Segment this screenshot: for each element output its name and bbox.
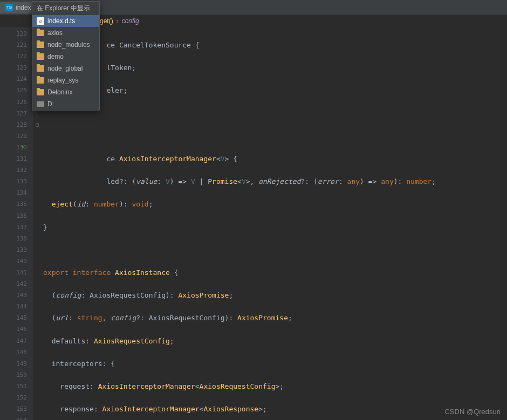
context-menu-item-deloninx[interactable]: Deloninx	[32, 86, 99, 98]
code-line: defaults: AxiosRequestConfig;	[41, 335, 507, 347]
code-line: response: AxiosInterceptorManager<AxiosR…	[41, 403, 507, 415]
code-line: ce CancelTokenSource {	[41, 39, 507, 51]
code-line: led?: (value: V) => V | Promise<V>, onRe…	[41, 176, 507, 187]
context-menu-item-replay-sys[interactable]: replay_sys	[32, 74, 99, 86]
gutter: 120121122123124 125126127128129 130◂ 131…	[0, 27, 33, 420]
folder-icon	[37, 42, 44, 48]
code-line: lToken;	[41, 62, 507, 73]
code-line	[41, 244, 507, 256]
folder-icon	[37, 53, 44, 60]
breadcrumb: get() › config	[100, 17, 139, 25]
context-menu-item-node-global[interactable]: node_global	[32, 63, 99, 74]
code-line: eject(id: number): void;	[41, 198, 507, 210]
code-area[interactable]: ce CancelTokenSource { lToken; eler; ce …	[41, 27, 507, 420]
folder-icon	[37, 30, 44, 36]
code-line: interceptors: {	[41, 358, 507, 369]
context-menu-item-index[interactable]: d index.d.ts	[32, 15, 99, 27]
code-line	[41, 130, 507, 142]
disk-icon	[37, 101, 44, 107]
breadcrumb-param[interactable]: config	[122, 17, 139, 25]
code-line: eler;	[41, 85, 507, 96]
code-line: request: AxiosInterceptorManager<AxiosRe…	[41, 381, 507, 392]
context-menu-item-axios[interactable]: axios	[32, 27, 99, 39]
code-line	[41, 108, 507, 119]
change-marker-icon: ◂	[20, 141, 24, 152]
context-menu-item-drive-d[interactable]: D:	[32, 98, 99, 110]
tab-index[interactable]: TS index	[0, 2, 37, 13]
context-menu-item-demo[interactable]: demo	[32, 51, 99, 63]
breadcrumb-method[interactable]: get()	[100, 17, 113, 25]
ts-file-icon: TS	[5, 4, 13, 11]
context-menu-item-node-modules[interactable]: node_modules	[32, 39, 99, 51]
code-line: (url: string, config?: AxiosRequestConfi…	[41, 312, 507, 323]
tab-label: index	[16, 4, 31, 11]
context-menu-title: 在 Explorer 中显示	[32, 2, 99, 15]
watermark: CSDN @Qredsun	[444, 408, 501, 416]
folder-icon	[37, 77, 44, 84]
code-line: }	[41, 222, 507, 233]
context-menu-reveal-in-explorer: 在 Explorer 中显示 d index.d.ts axios node_m…	[32, 1, 100, 111]
breadcrumb-separator: ›	[117, 17, 119, 25]
folder-icon	[37, 65, 44, 72]
code-line: ce AxiosInterceptorManager<V> {	[41, 153, 507, 164]
folder-icon	[37, 89, 44, 95]
ts-file-icon: d	[37, 17, 44, 25]
code-line: export interface AxiosInstance {	[41, 267, 507, 278]
code-line: (config: AxiosRequestConfig): AxiosPromi…	[41, 290, 507, 301]
fold-toggle[interactable]: ⊟	[33, 119, 41, 130]
